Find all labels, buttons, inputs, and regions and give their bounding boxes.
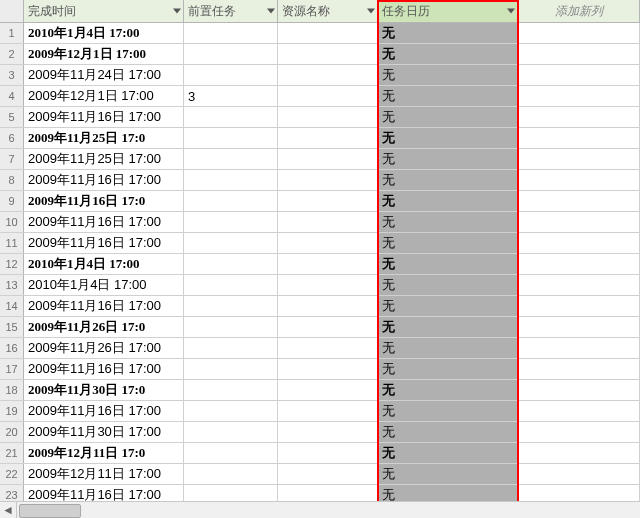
- cell-predecessor[interactable]: [184, 65, 278, 85]
- cell-finish-time[interactable]: 2009年12月1日 17:00: [24, 86, 184, 106]
- cell-task-calendar[interactable]: 无: [378, 44, 518, 64]
- scrollbar-track[interactable]: [17, 502, 640, 518]
- cell-resource-name[interactable]: [278, 128, 378, 148]
- cell-task-calendar[interactable]: 无: [378, 464, 518, 484]
- cell-add-column[interactable]: [518, 422, 640, 442]
- row-number[interactable]: 20: [0, 422, 24, 442]
- cell-predecessor[interactable]: 3: [184, 86, 278, 106]
- cell-add-column[interactable]: [518, 359, 640, 379]
- chevron-down-icon[interactable]: [267, 9, 275, 14]
- cell-resource-name[interactable]: [278, 443, 378, 463]
- cell-finish-time[interactable]: 2009年12月11日 17:0: [24, 443, 184, 463]
- cell-finish-time[interactable]: 2010年1月4日 17:00: [24, 275, 184, 295]
- column-header-task-calendar[interactable]: 任务日历: [378, 0, 518, 22]
- row-number[interactable]: 7: [0, 149, 24, 169]
- cell-resource-name[interactable]: [278, 296, 378, 316]
- column-header-add-column[interactable]: 添加新列: [518, 0, 640, 22]
- cell-add-column[interactable]: [518, 86, 640, 106]
- row-number[interactable]: 12: [0, 254, 24, 274]
- cell-finish-time[interactable]: 2010年1月4日 17:00: [24, 23, 184, 43]
- cell-finish-time[interactable]: 2009年11月16日 17:00: [24, 359, 184, 379]
- cell-predecessor[interactable]: [184, 23, 278, 43]
- column-header-finish-time[interactable]: 完成时间: [24, 0, 184, 22]
- cell-finish-time[interactable]: 2009年11月16日 17:00: [24, 296, 184, 316]
- cell-finish-time[interactable]: 2009年12月1日 17:00: [24, 44, 184, 64]
- cell-resource-name[interactable]: [278, 380, 378, 400]
- cell-finish-time[interactable]: 2009年11月16日 17:00: [24, 170, 184, 190]
- cell-task-calendar[interactable]: 无: [378, 65, 518, 85]
- cell-resource-name[interactable]: [278, 86, 378, 106]
- cell-add-column[interactable]: [518, 128, 640, 148]
- cell-finish-time[interactable]: 2009年11月16日 17:00: [24, 401, 184, 421]
- cell-finish-time[interactable]: 2009年11月24日 17:00: [24, 65, 184, 85]
- cell-task-calendar[interactable]: 无: [378, 317, 518, 337]
- row-number[interactable]: 2: [0, 44, 24, 64]
- cell-finish-time[interactable]: 2009年11月26日 17:00: [24, 338, 184, 358]
- horizontal-scrollbar[interactable]: ◄: [0, 501, 640, 518]
- cell-resource-name[interactable]: [278, 464, 378, 484]
- cell-task-calendar[interactable]: 无: [378, 170, 518, 190]
- row-number[interactable]: 8: [0, 170, 24, 190]
- cell-predecessor[interactable]: [184, 443, 278, 463]
- row-number[interactable]: 18: [0, 380, 24, 400]
- row-number-header[interactable]: [0, 0, 24, 22]
- row-number[interactable]: 15: [0, 317, 24, 337]
- cell-resource-name[interactable]: [278, 170, 378, 190]
- cell-finish-time[interactable]: 2009年11月16日 17:00: [24, 107, 184, 127]
- cell-task-calendar[interactable]: 无: [378, 380, 518, 400]
- cell-predecessor[interactable]: [184, 338, 278, 358]
- row-number[interactable]: 6: [0, 128, 24, 148]
- row-number[interactable]: 10: [0, 212, 24, 232]
- row-number[interactable]: 21: [0, 443, 24, 463]
- cell-add-column[interactable]: [518, 191, 640, 211]
- chevron-down-icon[interactable]: [507, 9, 515, 14]
- cell-finish-time[interactable]: 2009年12月11日 17:00: [24, 464, 184, 484]
- cell-finish-time[interactable]: 2010年1月4日 17:00: [24, 254, 184, 274]
- cell-predecessor[interactable]: [184, 275, 278, 295]
- cell-finish-time[interactable]: 2009年11月25日 17:0: [24, 128, 184, 148]
- cell-predecessor[interactable]: [184, 191, 278, 211]
- row-number[interactable]: 3: [0, 65, 24, 85]
- cell-add-column[interactable]: [518, 464, 640, 484]
- cell-resource-name[interactable]: [278, 44, 378, 64]
- cell-predecessor[interactable]: [184, 359, 278, 379]
- cell-task-calendar[interactable]: 无: [378, 149, 518, 169]
- cell-add-column[interactable]: [518, 338, 640, 358]
- cell-finish-time[interactable]: 2009年11月26日 17:0: [24, 317, 184, 337]
- cell-add-column[interactable]: [518, 233, 640, 253]
- chevron-down-icon[interactable]: [173, 9, 181, 14]
- cell-task-calendar[interactable]: 无: [378, 401, 518, 421]
- cell-finish-time[interactable]: 2009年11月16日 17:00: [24, 233, 184, 253]
- row-number[interactable]: 13: [0, 275, 24, 295]
- cell-add-column[interactable]: [518, 443, 640, 463]
- row-number[interactable]: 17: [0, 359, 24, 379]
- cell-predecessor[interactable]: [184, 149, 278, 169]
- cell-add-column[interactable]: [518, 296, 640, 316]
- cell-resource-name[interactable]: [278, 422, 378, 442]
- cell-task-calendar[interactable]: 无: [378, 296, 518, 316]
- cell-resource-name[interactable]: [278, 275, 378, 295]
- scrollbar-thumb[interactable]: [19, 504, 81, 518]
- row-number[interactable]: 16: [0, 338, 24, 358]
- cell-resource-name[interactable]: [278, 65, 378, 85]
- cell-task-calendar[interactable]: 无: [378, 338, 518, 358]
- cell-resource-name[interactable]: [278, 338, 378, 358]
- column-header-resource-name[interactable]: 资源名称: [278, 0, 378, 22]
- row-number[interactable]: 1: [0, 23, 24, 43]
- cell-resource-name[interactable]: [278, 359, 378, 379]
- cell-add-column[interactable]: [518, 401, 640, 421]
- cell-predecessor[interactable]: [184, 422, 278, 442]
- cell-predecessor[interactable]: [184, 170, 278, 190]
- row-number[interactable]: 22: [0, 464, 24, 484]
- cell-task-calendar[interactable]: 无: [378, 128, 518, 148]
- cell-predecessor[interactable]: [184, 254, 278, 274]
- row-number[interactable]: 11: [0, 233, 24, 253]
- cell-add-column[interactable]: [518, 380, 640, 400]
- cell-predecessor[interactable]: [184, 380, 278, 400]
- column-header-predecessor[interactable]: 前置任务: [184, 0, 278, 22]
- row-number[interactable]: 4: [0, 86, 24, 106]
- cell-add-column[interactable]: [518, 254, 640, 274]
- cell-resource-name[interactable]: [278, 233, 378, 253]
- row-number[interactable]: 19: [0, 401, 24, 421]
- cell-predecessor[interactable]: [184, 44, 278, 64]
